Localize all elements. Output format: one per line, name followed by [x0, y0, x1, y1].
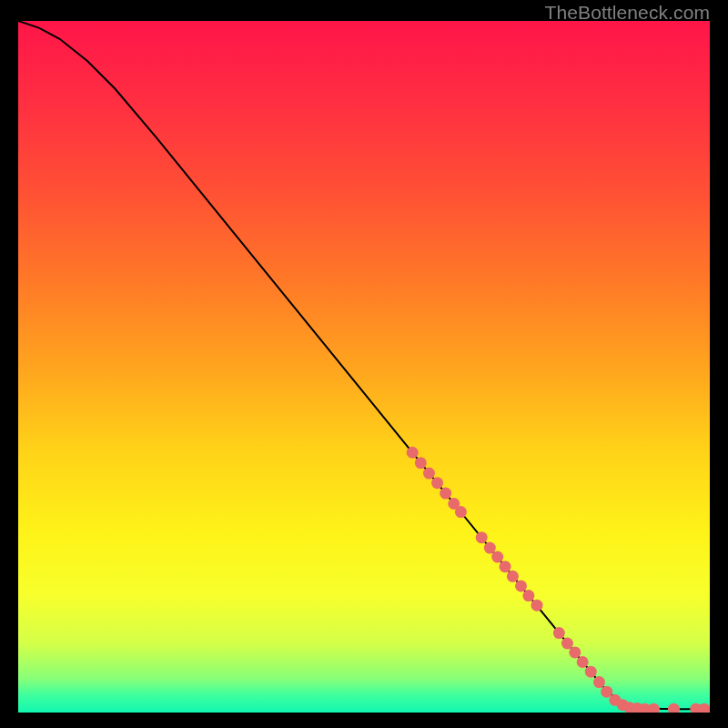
- plot-frame: [18, 21, 710, 713]
- data-marker: [585, 666, 597, 678]
- data-marker: [423, 468, 435, 480]
- data-marker: [500, 561, 511, 572]
- data-marker: [593, 676, 605, 688]
- data-marker: [569, 646, 581, 658]
- data-marker: [577, 656, 589, 668]
- data-marker: [484, 542, 496, 554]
- data-marker: [553, 627, 565, 639]
- data-marker: [407, 447, 419, 459]
- chart-svg: [18, 21, 710, 713]
- data-marker: [507, 571, 519, 582]
- data-marker: [476, 531, 488, 543]
- data-marker: [415, 457, 427, 469]
- data-marker: [522, 590, 534, 602]
- chart-stage: TheBottleneck.com: [0, 0, 728, 728]
- data-marker: [561, 638, 573, 650]
- data-marker: [531, 600, 543, 612]
- data-marker: [491, 551, 503, 563]
- data-marker: [431, 477, 443, 489]
- data-marker: [440, 488, 451, 500]
- gradient-background: [18, 21, 710, 713]
- data-marker: [455, 506, 467, 518]
- data-marker: [515, 580, 527, 592]
- watermark-text: TheBottleneck.com: [545, 2, 710, 24]
